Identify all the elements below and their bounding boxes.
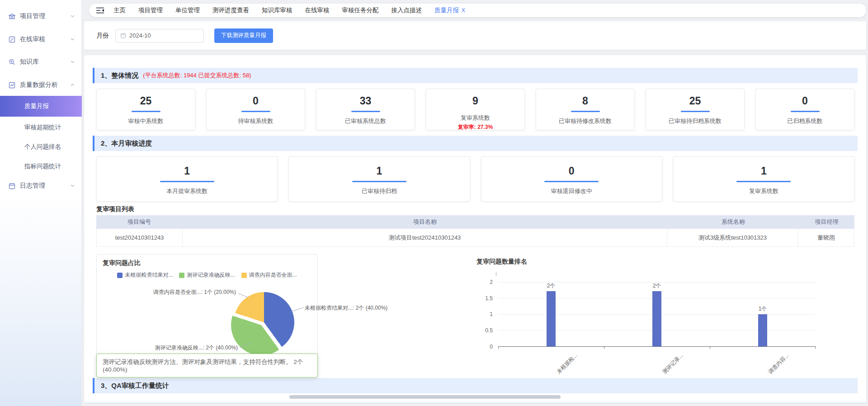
horizontal-scrollbar-thumb[interactable] [289,395,561,399]
stat-label: 复审系统数 [749,187,778,195]
legend-label: 调查内容是否全面... [249,271,297,279]
stat-underline [791,111,820,112]
quality-monthly-report-page: 项目管理 在线审核 知识库 质量数据分析 质量月报 [0,0,868,406]
tab-project-management[interactable]: 项目管理 [138,6,163,14]
tab-access-point-description[interactable]: 接入点描述 [392,6,422,14]
x-category-label: 未根据检... [555,352,579,376]
download-report-button[interactable]: 下载测评质量月报 [214,28,273,43]
pie-label-eval-record: 测评记录准确反映...: 2个 (40.00%) [97,344,238,352]
bar-group: 2个 [538,282,565,346]
chevron-down-icon [71,15,75,18]
tab-online-review[interactable]: 在线审核 [305,6,330,14]
stat-card-reviewed-total: 33 已审核系统总数 [316,89,415,130]
tab-knowledge-review[interactable]: 知识库审核 [262,6,292,14]
edit-icon [8,36,16,43]
sidebar-item-quality-data-analysis[interactable]: 质量数据分析 [0,76,82,94]
x-axis-tick [710,346,710,349]
pie-legend-swatch [241,273,247,278]
col-project-manager: 项目经理 [799,215,854,229]
stat-underline [681,111,710,112]
stat-card-reviewed-to-archive: 25 已审核待归档系统数 [646,89,745,130]
x-axis-tick [604,346,604,349]
month-label: 月份 [96,32,109,40]
y-tick: 0 [473,344,493,350]
month-stats-row: 1 本月提审系统数 1 已审核待归档 0 审核退回修改中 1 复审系统数 [96,156,854,202]
stat-label: 审核中系统数 [128,117,164,125]
cell-project-manager: 董晓雨 [798,229,854,246]
stat-label: 待审核系统数 [238,117,274,125]
table-header-row: 项目编号 项目名称 系统名称 项目经理 [96,215,854,229]
col-system-name: 系统名称 [668,215,799,229]
review-projects-table: 项目编号 项目名称 系统名称 项目经理 test202410301243 测试项… [96,215,854,247]
sidebar-subitem-indicator-issue-stats[interactable]: 指标问题统计 [0,157,82,175]
stat-underline [352,181,406,182]
stat-card-archived: 0 已归档系统数 [755,89,854,130]
bar-chart-title: 复审问题数量排名 [476,258,527,266]
bank-icon [8,13,16,20]
sidebar-item-project-management[interactable]: 项目管理 [0,7,82,25]
chevron-down-icon [71,38,75,41]
legend-item[interactable]: 测评记录准确反映... [179,271,235,279]
col-project-id: 项目编号 [96,215,182,229]
section-2-title: 2、本月审核进度 [101,139,152,148]
bar-value-label: 1个 [759,305,767,313]
x-axis-tick [815,346,816,349]
re-review-issue-ranking-bar-chart: 复审问题数量排名 ↑ 2 1.5 1 0.5 0 2个 2个 1个 [473,256,835,392]
y-tick: 2 [473,279,493,285]
pie-chart-title: 复审问题占比 [103,259,141,267]
sidebar-subitem-label: 审核超期统计 [24,123,61,132]
pie-legend-swatch [179,273,184,278]
sidebar-subitem-review-overdue-stats[interactable]: 审核超期统计 [0,118,82,137]
bar-group: 2个 [643,282,670,346]
month-picker[interactable] [115,29,204,42]
bar[interactable] [547,291,556,346]
tab-review-task-assignment[interactable]: 审核任务分配 [342,6,379,14]
stat-card-returned-for-modification: 0 审核退回修改中 [481,156,662,202]
sidebar-subitem-personal-issue-ranking[interactable]: 个人问题排名 [0,138,82,156]
collapse-menu-icon[interactable] [96,7,104,14]
stat-value: 0 [802,95,808,107]
pie-graphic[interactable] [234,292,294,353]
stat-card-pending-review: 0 待审核系统数 [206,89,305,130]
tab-unit-management[interactable]: 单位管理 [175,6,200,14]
legend-item[interactable]: 调查内容是否全面... [241,271,297,279]
stat-value: 9 [472,95,478,107]
stat-label: 已审核待修改系统数 [559,117,612,125]
y-axis-arrow: ↑ [495,270,498,278]
sidebar-subitem-label: 个人问题排名 [24,143,61,151]
pie-label-survey-content: 调查内容是否全面...: 1个 (20.00%) [97,288,236,296]
section-2-header: 2、本月审核进度 [93,136,858,151]
sidebar-item-online-review[interactable]: 在线审核 [0,30,82,48]
stat-card-re-review-systems: 1 复审系统数 [673,156,854,202]
tab-home[interactable]: 主页 [113,6,126,14]
chevron-down-icon [71,61,75,63]
legend-label: 测评记录准确反映... [187,271,235,279]
tab-close-icon[interactable]: X [462,7,465,14]
stat-value: 33 [360,95,372,107]
pie-selected-slice [231,295,292,355]
stat-underline [351,111,380,112]
month-input[interactable] [129,32,184,39]
stat-card-re-review: 9 复审系统数 复审率: 27.3% [426,89,525,130]
section-3-header: 3、QA审核工作量统计 [93,378,858,393]
stat-card-under-review: 25 审核中系统数 [96,89,195,130]
stat-label: 本月提审系统数 [166,187,208,195]
tab-quality-monthly-report-active[interactable]: 质量月报X [434,6,465,14]
pie-legend-swatch [117,273,123,278]
stat-label: 已审核待归档系统数 [669,117,722,125]
re-review-rate: 复审率: 27.3% [458,123,493,131]
bar[interactable] [652,291,661,346]
stat-value: 1 [184,165,190,177]
stat-underline [241,111,270,112]
stat-label: 已归档系统数 [788,117,823,125]
tab-evaluation-progress[interactable]: 测评进度查看 [212,6,249,14]
table-row[interactable]: test202410301243 测试项目test202410301243 测试… [96,229,854,247]
sidebar-subitem-quality-monthly-report[interactable]: 质量月报 [0,96,82,117]
sidebar-item-knowledge-base[interactable]: 知识库 [0,53,82,71]
sidebar-item-log-management[interactable]: 日志管理 [0,177,82,195]
stat-card-submitted-this-month: 1 本月提审系统数 [96,156,278,202]
sidebar-item-label: 项目管理 [20,12,71,20]
legend-item[interactable]: 未根据检查结果对... [117,271,173,279]
stat-label: 审核退回修改中 [551,187,592,195]
bar[interactable] [758,314,767,346]
